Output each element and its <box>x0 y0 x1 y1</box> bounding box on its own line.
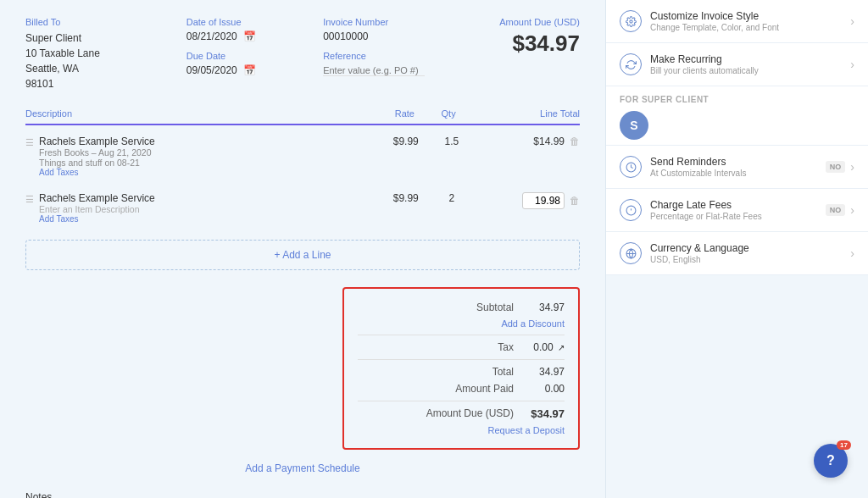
calendar-icon[interactable]: 📅 <box>243 30 256 42</box>
add-discount-link[interactable]: Add a Discount <box>501 318 565 329</box>
table-header: Description Rate Qty Line Total <box>25 108 580 125</box>
invoice-number-block: Invoice Number 00010000 Reference <box>323 17 442 91</box>
reminders-icon <box>620 156 642 178</box>
super-client-label: FOR SUPER CLIENT <box>620 95 854 104</box>
sidebar-item-recurring[interactable]: Make Recurring Bill your clients automat… <box>606 43 868 86</box>
total-col-header: Line Total <box>482 108 580 119</box>
currency-text: Currency & Language USD, English <box>650 242 850 264</box>
item-qty-2[interactable]: 2 <box>419 192 485 204</box>
client-avatar: S <box>620 111 648 140</box>
subtotal-value: 34.97 <box>514 302 565 313</box>
main-content: Billed To Super Client 10 Taxable Lane S… <box>0 0 605 498</box>
reminders-chevron-icon: › <box>850 160 854 174</box>
amount-due-header-block: Amount Due (USD) $34.97 <box>460 17 580 91</box>
notes-section: Notes <box>25 491 580 498</box>
amount-paid-value: 0.00 <box>514 383 565 395</box>
item-qty-1[interactable]: 1.5 <box>419 136 485 147</box>
request-deposit-link[interactable]: Request a Deposit <box>488 425 565 435</box>
due-date-value: 09/05/2020 📅 <box>186 64 306 76</box>
currency-chevron-icon: › <box>850 246 854 260</box>
delete-item-1-icon[interactable]: 🗑 <box>570 136 580 147</box>
reminders-badge: NO <box>826 161 846 173</box>
divider-3 <box>358 401 565 401</box>
item-rate-2: $9.99 <box>324 192 419 204</box>
total-value: 34.97 <box>514 366 565 378</box>
currency-sub: USD, English <box>650 255 850 264</box>
late-fees-badge: NO <box>826 204 846 216</box>
item-total-input-2[interactable] <box>522 192 565 209</box>
add-taxes-1[interactable]: Add Taxes <box>39 168 324 177</box>
item-name-1[interactable]: Rachels Example Service <box>39 136 324 147</box>
date-of-issue-value: 08/21/2020 📅 <box>186 30 306 42</box>
item-rate-1: $9.99 <box>324 136 419 147</box>
help-button[interactable]: ? 17 <box>814 444 848 478</box>
tax-label: Tax <box>358 341 514 353</box>
customize-text: Customize Invoice Style Change Template,… <box>650 10 850 32</box>
recurring-title: Make Recurring <box>650 53 850 65</box>
table-row: ☰ Rachels Example Service Enter an Item … <box>25 189 580 227</box>
late-fees-chevron-icon: › <box>850 203 854 217</box>
item-name-2[interactable]: Rachels Example Service <box>39 192 324 204</box>
add-payment-schedule-link[interactable]: Add a Payment Schedule <box>25 462 580 474</box>
super-client-section: FOR SUPER CLIENT S <box>606 86 868 146</box>
late-fees-text: Charge Late Fees Percentage or Flat-Rate… <box>650 199 826 221</box>
item-sub1-2[interactable]: Enter an Item Description <box>39 204 324 214</box>
billed-to-label: Billed To <box>25 17 170 27</box>
invoice-number-label: Invoice Number <box>323 17 442 27</box>
late-fees-sub: Percentage or Flat-Rate Fees <box>650 212 826 221</box>
sidebar-item-customize[interactable]: Customize Invoice Style Change Template,… <box>606 0 868 43</box>
amount-due-usd-label: Amount Due (USD) <box>358 407 514 420</box>
amount-due-header-label: Amount Due (USD) <box>460 17 580 27</box>
customize-icon <box>620 10 642 32</box>
delete-item-2-icon[interactable]: 🗑 <box>570 195 580 207</box>
date-of-issue-block: Date of Issue 08/21/2020 📅 Due Date 09/0… <box>186 17 306 91</box>
invoice-number-value: 00010000 <box>323 30 442 42</box>
totals-section: Subtotal 34.97 Add a Discount Tax 0.00 ↗… <box>342 287 580 450</box>
client-address: 10 Taxable Lane <box>25 46 170 61</box>
reminders-title: Send Reminders <box>650 156 826 168</box>
sidebar-item-currency[interactable]: Currency & Language USD, English › <box>606 232 868 275</box>
amount-paid-row: Amount Paid 0.00 <box>358 380 565 397</box>
invoice-header: Billed To Super Client 10 Taxable Lane S… <box>25 17 580 91</box>
table-row: ☰ Rachels Example Service Fresh Books – … <box>25 132 580 180</box>
reminders-text: Send Reminders At Customizable Intervals <box>650 156 826 178</box>
customize-sub: Change Template, Color, and Font <box>650 23 850 32</box>
sidebar-item-reminders[interactable]: Send Reminders At Customizable Intervals… <box>606 146 868 189</box>
notes-label: Notes <box>25 491 580 498</box>
item-total-2: 🗑 <box>485 192 580 209</box>
drag-handle-icon[interactable]: ☰ <box>25 137 34 148</box>
sidebar-item-late-fees[interactable]: Charge Late Fees Percentage or Flat-Rate… <box>606 189 868 232</box>
recurring-chevron-icon: › <box>850 58 854 71</box>
recurring-sub: Bill your clients automatically <box>650 66 850 75</box>
reference-label: Reference <box>323 51 442 61</box>
late-fees-icon <box>620 199 642 221</box>
client-zip: 98101 <box>25 76 170 91</box>
client-name: Super Client <box>25 30 170 46</box>
sidebar: Customize Invoice Style Change Template,… <box>605 0 868 498</box>
rate-col-header: Rate <box>317 108 415 119</box>
client-city: Seattle, WA <box>25 61 170 76</box>
due-calendar-icon[interactable]: 📅 <box>243 64 256 76</box>
recurring-text: Make Recurring Bill your clients automat… <box>650 53 850 75</box>
discount-row: Add a Discount <box>358 316 565 331</box>
cursor-icon: ↗ <box>558 343 565 352</box>
customize-chevron-icon: › <box>850 14 854 28</box>
divider-2 <box>358 359 565 360</box>
divider-1 <box>358 335 565 335</box>
subtotal-row: Subtotal 34.97 <box>358 299 565 316</box>
billed-to-block: Billed To Super Client 10 Taxable Lane S… <box>25 17 170 91</box>
reference-input[interactable] <box>323 65 425 76</box>
recurring-icon <box>620 53 642 75</box>
desc-col-header: Description <box>25 108 317 119</box>
help-badge: 17 <box>837 440 851 450</box>
invoice-table: Description Rate Qty Line Total ☰ Rachel… <box>25 108 580 227</box>
add-line-button[interactable]: + Add a Line <box>25 240 580 270</box>
add-taxes-2[interactable]: Add Taxes <box>39 214 324 224</box>
total-row: Total 34.97 <box>358 363 565 380</box>
help-icon: ? <box>826 453 835 468</box>
help-button-wrapper: ? 17 <box>824 454 858 488</box>
item-total-1: $14.99 🗑 <box>485 136 580 147</box>
drag-handle-icon[interactable]: ☰ <box>25 194 34 205</box>
tax-row: Tax 0.00 ↗ <box>358 339 565 356</box>
total-label: Total <box>358 366 514 378</box>
